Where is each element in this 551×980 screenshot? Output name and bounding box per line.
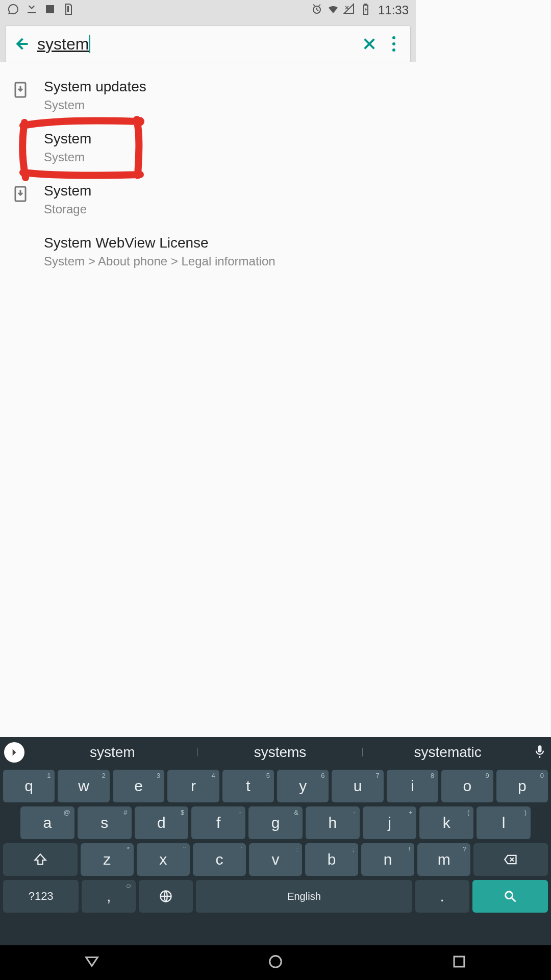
status-time: 11:33 — [378, 3, 409, 17]
search-bar: system — [5, 26, 411, 62]
wifi-icon — [327, 3, 339, 17]
battery-icon — [360, 3, 372, 17]
empty-icon — [10, 131, 31, 134]
alarm-icon — [311, 3, 323, 17]
dot-icon — [392, 36, 395, 39]
suggestion-bar: system systems systematic — [0, 737, 416, 739]
status-bar: 11:33 — [0, 0, 416, 20]
result-title: System updates — [44, 79, 146, 95]
empty-icon — [10, 235, 31, 238]
result-item[interactable]: System updatesSystem — [0, 69, 416, 121]
result-item[interactable]: SystemSystem — [0, 121, 416, 174]
picture-icon — [44, 3, 56, 17]
result-title: System — [44, 131, 91, 147]
arrow-left-icon — [14, 36, 30, 52]
missed-call-icon — [26, 3, 38, 17]
search-input[interactable]: system — [37, 35, 357, 54]
status-left — [7, 3, 74, 17]
result-item[interactable]: SystemStorage — [0, 174, 416, 226]
results-list: System updatesSystem SystemSystem System… — [0, 62, 416, 278]
result-sub: System > About phone > Legal information — [44, 254, 276, 268]
keyboard: system systems systematic 1q2w3e4r5t6y7u… — [0, 737, 416, 739]
result-title: System WebView License — [44, 235, 276, 251]
result-sub: System — [44, 150, 91, 164]
search-input-value: system — [37, 35, 90, 53]
dot-icon — [392, 42, 395, 45]
back-button[interactable] — [10, 32, 34, 56]
whatsapp-icon — [7, 3, 19, 17]
dot-icon — [392, 48, 395, 52]
result-sub: Storage — [44, 202, 91, 216]
search-bar-container: system — [0, 20, 416, 62]
result-item[interactable]: System WebView LicenseSystem > About pho… — [0, 226, 416, 278]
sim-alert-icon — [62, 3, 74, 17]
close-icon — [361, 36, 378, 52]
result-sub: System — [44, 98, 146, 112]
clear-button[interactable] — [357, 32, 382, 56]
status-right: 11:33 — [311, 3, 409, 17]
download-icon — [10, 183, 31, 202]
more-button[interactable] — [382, 32, 406, 56]
download-icon — [10, 79, 31, 98]
result-title: System — [44, 183, 91, 199]
signal-icon — [343, 3, 356, 17]
